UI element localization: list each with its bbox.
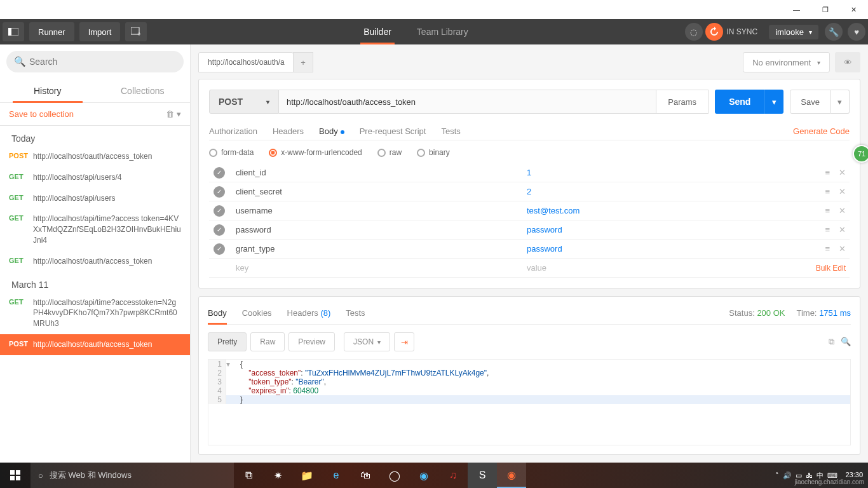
url-input[interactable] (279, 90, 656, 114)
subtab-prerequest[interactable]: Pre-request Script (360, 123, 426, 140)
view-raw-button[interactable]: Raw (250, 332, 285, 351)
history-item[interactable]: GEThttp://localhost/api/users (0, 188, 190, 209)
sidebar-tab-history[interactable]: History (0, 79, 95, 102)
taskbar-store[interactable]: 🛍 (351, 463, 380, 488)
subtab-body[interactable]: Body (319, 123, 344, 140)
kv-check[interactable]: ✓ (209, 205, 229, 217)
heart-icon[interactable]: ♥ (848, 23, 865, 41)
taskbar-netease[interactable]: ♫ (438, 463, 468, 488)
cortana-search[interactable]: ○ 搜索 Web 和 Windows (31, 463, 234, 488)
response-body-viewer[interactable]: 1▾{2 "access_token": "TuZxxFHcHlMvMe4ZUj… (208, 359, 851, 445)
resp-tab-cookies[interactable]: Cookies (242, 306, 272, 320)
satellite-icon[interactable]: ◌ (685, 23, 703, 41)
body-type-binary[interactable]: binary (417, 148, 450, 157)
search-response-button[interactable]: 🔍 (841, 337, 851, 347)
tab-team-library[interactable]: Team Library (404, 19, 481, 44)
close-button[interactable]: ✕ (839, 0, 868, 19)
format-select[interactable]: JSON ▾ (344, 332, 390, 351)
environment-quicklook-button[interactable]: 👁 (835, 52, 860, 72)
task-view-button[interactable]: ⧉ (234, 463, 263, 488)
body-type-x-www-form-urlencoded[interactable]: x-www-form-urlencoded (269, 148, 362, 157)
view-pretty-button[interactable]: Pretty (208, 332, 247, 351)
taskbar-chrome[interactable]: ◯ (380, 463, 409, 488)
drag-handle-icon[interactable]: ≡ (825, 187, 830, 196)
body-type-raw[interactable]: raw (377, 148, 402, 157)
params-button[interactable]: Params (656, 90, 709, 114)
drag-handle-icon[interactable]: ≡ (825, 244, 830, 254)
kv-key[interactable]: username (229, 206, 520, 215)
add-tab-button[interactable]: + (293, 52, 313, 72)
kv-check[interactable]: ✓ (209, 167, 229, 179)
kv-row-empty[interactable]: keyvalueBulk Edit (209, 259, 850, 278)
tray-chevron-up-icon[interactable]: ˄ (775, 471, 779, 480)
edge-badge[interactable]: 71 (853, 145, 868, 163)
kv-check[interactable]: ✓ (209, 186, 229, 198)
sidebar-tab-collections[interactable]: Collections (95, 79, 191, 102)
drag-handle-icon[interactable]: ≡ (825, 225, 830, 234)
wrap-toggle-button[interactable]: ⇥ (394, 332, 414, 351)
taskbar-postman[interactable]: ◉ (497, 463, 526, 488)
kv-value[interactable]: test@test.com (520, 206, 811, 215)
wrench-icon[interactable]: 🔧 (825, 23, 843, 41)
kv-check[interactable]: ✓ (209, 243, 229, 255)
start-button[interactable] (0, 463, 31, 488)
tray-volume-icon[interactable]: 🔊 (783, 471, 792, 480)
kv-check[interactable]: ✓ (209, 224, 229, 236)
view-preview-button[interactable]: Preview (288, 332, 335, 351)
tab-builder[interactable]: Builder (351, 19, 404, 44)
save-button[interactable]: Save (790, 90, 831, 114)
taskbar-explorer[interactable]: 📁 (292, 463, 322, 488)
kv-value[interactable]: password (520, 244, 811, 254)
runner-button[interactable]: Runner (29, 22, 74, 41)
minimize-button[interactable]: — (782, 0, 811, 19)
delete-row-icon[interactable]: ✕ (839, 244, 846, 254)
send-dropdown[interactable]: ▾ (764, 90, 783, 114)
drag-handle-icon[interactable]: ≡ (825, 168, 830, 177)
history-item[interactable]: POSThttp://localhost/oauth/access_token (0, 146, 190, 167)
trash-icon[interactable]: 🗑 ▾ (166, 109, 181, 119)
delete-row-icon[interactable]: ✕ (839, 187, 846, 196)
kv-key-placeholder[interactable]: key (229, 263, 520, 273)
kv-key[interactable]: password (229, 225, 520, 234)
resp-tab-body[interactable]: Body (208, 306, 227, 320)
history-item[interactable]: GEThttp://localhost/api/users/4 (0, 167, 190, 188)
method-select[interactable]: POST ▾ (209, 90, 279, 114)
resp-tab-tests[interactable]: Tests (346, 306, 365, 320)
kv-key[interactable]: client_id (229, 168, 520, 177)
delete-row-icon[interactable]: ✕ (839, 206, 846, 215)
send-button[interactable]: Send (715, 90, 764, 114)
save-dropdown[interactable]: ▾ (831, 90, 850, 114)
kv-value[interactable]: 1 (520, 168, 811, 177)
generate-code-link[interactable]: Generate Code (793, 126, 850, 136)
taskbar-app-1[interactable]: ✷ (263, 463, 292, 488)
history-item[interactable]: GEThttp://localhost/api/time?access toke… (0, 208, 190, 250)
resp-tab-headers[interactable]: Headers (8) (287, 306, 331, 320)
taskbar-browser[interactable]: ◉ (409, 463, 438, 488)
sidebar-toggle-button[interactable] (3, 22, 24, 41)
bulk-edit-link[interactable]: Bulk Edit (816, 264, 846, 273)
body-type-form-data[interactable]: form-data (209, 148, 254, 157)
copy-response-button[interactable]: ⧉ (829, 337, 834, 347)
drag-handle-icon[interactable]: ≡ (825, 206, 830, 215)
kv-value-placeholder[interactable]: value (520, 263, 811, 273)
kv-key[interactable]: client_secret (229, 187, 520, 196)
delete-row-icon[interactable]: ✕ (839, 168, 846, 177)
subtab-tests[interactable]: Tests (441, 123, 460, 140)
kv-key[interactable]: grant_type (229, 244, 520, 254)
import-button[interactable]: Import (79, 22, 121, 41)
history-item[interactable]: GEThttp://localhost/api/time?accesstoken… (0, 292, 190, 334)
subtab-headers[interactable]: Headers (273, 123, 304, 140)
request-tab[interactable]: http://localhost/oauth/a (198, 52, 294, 72)
history-item[interactable]: POSThttp://localhost/oauth/access_token (0, 334, 190, 355)
taskbar-edge[interactable]: e (322, 463, 351, 488)
maximize-button[interactable]: ❐ (811, 0, 839, 19)
new-window-button[interactable]: + (125, 22, 147, 41)
taskbar-sublime[interactable]: S (468, 463, 497, 488)
search-input[interactable] (6, 51, 184, 72)
sync-icon[interactable] (705, 23, 723, 41)
delete-row-icon[interactable]: ✕ (839, 225, 846, 234)
subtab-authorization[interactable]: Authorization (209, 123, 257, 140)
history-item[interactable]: GEThttp://localhost/oauth/access_token (0, 251, 190, 272)
environment-select[interactable]: No environment ▾ (743, 52, 830, 72)
kv-value[interactable]: password (520, 225, 811, 234)
